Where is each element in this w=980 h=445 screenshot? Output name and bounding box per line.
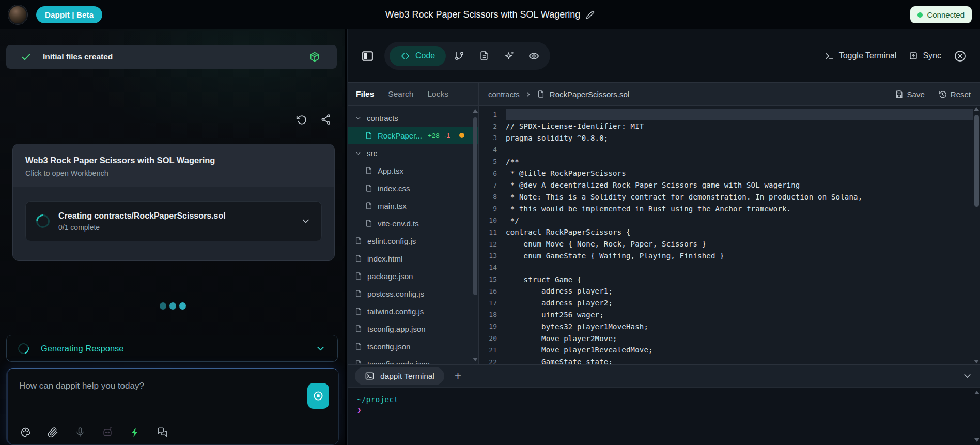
code-line[interactable]: 7 * @dev A decentralized Rock Paper Scis…	[479, 179, 980, 191]
eye-icon[interactable]	[522, 45, 545, 66]
code-line[interactable]: 13 enum GameState { Waiting, Playing, Fi…	[479, 250, 980, 262]
scrollbar-thumb[interactable]	[473, 117, 477, 295]
tree-folder-src[interactable]: src	[348, 144, 478, 162]
code-line[interactable]: 5/**	[479, 156, 980, 167]
tab-code[interactable]: Code	[390, 46, 446, 66]
code-line[interactable]: 22 GameState state;	[479, 356, 980, 364]
code-line[interactable]: 16 address player1;	[479, 285, 980, 297]
scroll-down-arrow-icon[interactable]	[473, 358, 478, 361]
code-line[interactable]: 17 address player2;	[479, 297, 980, 309]
scroll-down-arrow-icon[interactable]	[974, 360, 979, 363]
breadcrumb-folder[interactable]: contracts	[488, 90, 520, 99]
scroll-up-arrow-icon[interactable]	[974, 391, 979, 394]
code-line[interactable]: 12 enum Move { None, Rock, Paper, Scisso…	[479, 238, 980, 250]
code-text: contract RockPaperScissors {	[506, 228, 631, 236]
line-number: 22	[479, 358, 506, 364]
scroll-up-arrow-icon[interactable]	[473, 109, 478, 113]
save-button[interactable]: Save	[895, 90, 925, 99]
code-editor[interactable]: 12// SPDX-License-Identifier: MIT3pragma…	[479, 106, 980, 364]
workbench-toolbar: Code Toggle Terminal Sync	[348, 29, 980, 82]
chevron-down-icon[interactable]	[315, 343, 326, 354]
tab-files[interactable]: Files	[356, 89, 374, 99]
chevron-down-icon	[354, 149, 362, 157]
terminal-tab[interactable]: dappit Terminal	[355, 367, 444, 385]
workbench-toolbar-right: Toggle Terminal Sync	[825, 50, 967, 63]
scrollbar-thumb[interactable]	[974, 115, 979, 207]
workbench-card-header[interactable]: Web3 Rock Paper Scissors with SOL Wageri…	[13, 144, 334, 187]
terminal-output[interactable]: ~/project ❯	[348, 387, 980, 445]
task-progress: 0/1 complete	[58, 223, 292, 232]
fork-icon[interactable]	[320, 114, 332, 125]
sparkles-icon[interactable]	[497, 45, 520, 66]
generating-response-bar[interactable]: Generating Response	[6, 335, 338, 362]
microphone-icon[interactable]	[75, 427, 85, 437]
file-text-icon[interactable]	[473, 45, 495, 66]
code-line[interactable]: 14	[479, 262, 980, 273]
close-icon[interactable]	[954, 50, 967, 63]
code-line[interactable]: 21 Move player1RevealedMove;	[479, 344, 980, 356]
code-line[interactable]: 2// SPDX-License-Identifier: MIT	[479, 120, 980, 132]
git-branch-icon[interactable]	[448, 45, 471, 66]
new-terminal-button[interactable]: +	[455, 370, 461, 382]
code-line[interactable]: 9 * this would be implemented in Rust us…	[479, 203, 980, 214]
tree-file-index-html[interactable]: index.html	[348, 250, 478, 267]
avatar[interactable]	[8, 5, 27, 24]
package-icon	[309, 51, 320, 63]
palette-icon[interactable]	[20, 427, 31, 438]
tree-file-tailwind-config-js[interactable]: tailwind.config.js	[348, 302, 478, 320]
code-line[interactable]: 3pragma solidity ^0.8.0;	[479, 132, 980, 144]
code-line[interactable]: 6 * @title RockPaperScissors	[479, 167, 980, 179]
line-number: 14	[479, 264, 506, 271]
editor-scrollbar[interactable]	[973, 106, 980, 364]
lightning-bolt-icon[interactable]	[130, 427, 141, 438]
code-line[interactable]: 18 uint256 wager;	[479, 309, 980, 321]
undo-icon[interactable]	[295, 114, 307, 125]
scroll-down-arrow-icon[interactable]	[974, 438, 979, 442]
line-number: 15	[479, 275, 506, 283]
scroll-up-arrow-icon[interactable]	[974, 107, 979, 111]
tree-file-tsconfig-json[interactable]: tsconfig.json	[348, 337, 478, 355]
task-card[interactable]: Creating contracts/RockPaperScissors.sol…	[25, 201, 322, 241]
toggle-terminal-button[interactable]: Toggle Terminal	[825, 51, 897, 61]
tree-file-postcss-config-js[interactable]: postcss.config.js	[348, 285, 478, 302]
edit-title-pencil-icon[interactable]	[586, 10, 595, 19]
tree-file-package-json[interactable]: package.json	[348, 267, 478, 285]
code-line[interactable]: 8 * Note: This is a Solidity contract fo…	[479, 191, 980, 203]
code-line[interactable]: 4	[479, 144, 980, 156]
explorer-tabs: Files Search Locks	[348, 83, 479, 105]
sync-button[interactable]: Sync	[909, 51, 941, 60]
chat-input[interactable]	[19, 381, 292, 417]
attach-paperclip-icon[interactable]	[48, 427, 58, 438]
tree-item-label: tsconfig.app.json	[367, 325, 426, 333]
loading-dot	[179, 302, 186, 310]
explorer-scrollbar[interactable]	[473, 108, 478, 362]
code-line[interactable]: 15 struct Game {	[479, 273, 980, 285]
code-line[interactable]: 11contract RockPaperScissors {	[479, 226, 980, 238]
code-line[interactable]: 20 Move player2Move;	[479, 332, 980, 344]
tree-file-tsconfig-app-json[interactable]: tsconfig.app.json	[348, 320, 478, 337]
robot-icon[interactable]	[102, 426, 113, 438]
tab-locks[interactable]: Locks	[427, 89, 448, 99]
tab-search[interactable]: Search	[388, 89, 413, 99]
chat-feedback-icon[interactable]	[157, 427, 168, 438]
tree-file-rockpaper[interactable]: RockPaper...+28-1	[348, 127, 478, 144]
tree-file-vite-env-d-ts[interactable]: vite-env.d.ts	[348, 214, 478, 232]
brand-badge[interactable]: Dappit | Beta	[36, 6, 102, 23]
tree-file-app-tsx[interactable]: App.tsx	[348, 162, 478, 179]
tree-folder-contracts[interactable]: contracts	[348, 109, 478, 127]
breadcrumb-file[interactable]: RockPaperScissors.sol	[550, 90, 629, 99]
code-line[interactable]: 10 */	[479, 214, 980, 226]
chevron-down-icon[interactable]	[962, 371, 973, 381]
sidebar-toggle-icon[interactable]	[361, 50, 374, 63]
workbench-card[interactable]: Web3 Rock Paper Scissors with SOL Wageri…	[12, 144, 335, 261]
stop-button[interactable]	[307, 383, 329, 409]
tree-file-index-css[interactable]: index.css	[348, 179, 478, 197]
tree-file-eslint-config-js[interactable]: eslint.config.js	[348, 232, 478, 250]
code-line[interactable]: 19 bytes32 player1MoveHash;	[479, 320, 980, 332]
tree-file-tsconfig-node-json[interactable]: tsconfig.node.json	[348, 355, 478, 364]
tree-file-main-tsx[interactable]: main.tsx	[348, 197, 478, 214]
code-line[interactable]: 1	[479, 109, 980, 120]
reset-button[interactable]: Reset	[938, 90, 971, 99]
chevron-down-icon[interactable]	[301, 216, 311, 226]
terminal-scrollbar[interactable]	[974, 390, 979, 443]
